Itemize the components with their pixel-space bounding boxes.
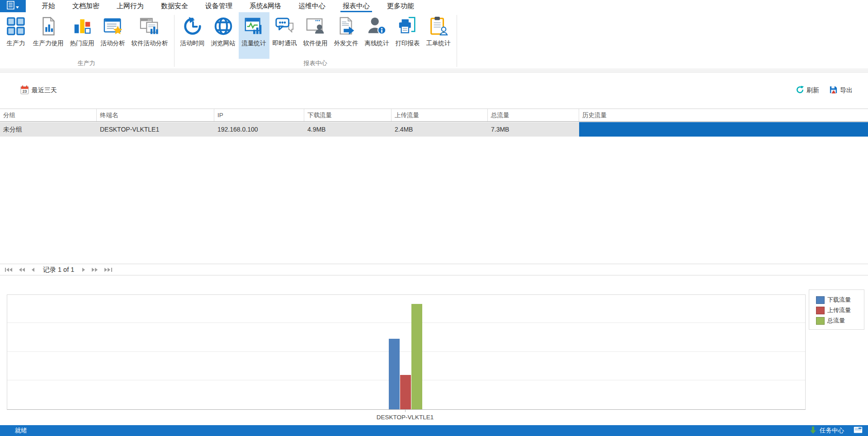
column-header-2[interactable]: IP bbox=[214, 109, 304, 121]
ribbon-button-instant-messaging[interactable]: 即时通讯 bbox=[269, 12, 300, 59]
legend-item-0: 下载流量 bbox=[816, 296, 864, 304]
ribbon-button-label: 活动时间 bbox=[180, 39, 205, 47]
calendar-icon: 23 bbox=[20, 85, 29, 96]
column-header-1[interactable]: 终端名 bbox=[97, 109, 214, 121]
offline-user-icon bbox=[366, 15, 388, 38]
app-menu-button[interactable] bbox=[0, 0, 26, 12]
pager-prev-page-button[interactable] bbox=[17, 266, 27, 273]
pager: 记录 1 of 1 bbox=[0, 264, 868, 275]
ribbon-button-label: 活动分析 bbox=[101, 39, 125, 47]
download-arrow-icon bbox=[810, 427, 816, 435]
outgoing-file-icon bbox=[335, 15, 357, 38]
pager-next-page-button[interactable] bbox=[90, 266, 100, 273]
export-icon bbox=[829, 85, 838, 95]
statusbar: 就绪 任务中心 bbox=[0, 425, 868, 436]
report-toolbar: 23 最近三天 刷新 导出 bbox=[0, 78, 868, 103]
ribbon-button-label: 流量统计 bbox=[242, 39, 266, 47]
ribbon-button-label: 软件活动分析 bbox=[132, 39, 168, 47]
legend-label: 下载流量 bbox=[827, 296, 851, 304]
menu-tab-report-center[interactable]: 报表中心 bbox=[334, 0, 378, 12]
column-header-6[interactable]: 历史流量 bbox=[579, 109, 868, 121]
legend-item-1: 上传流量 bbox=[816, 306, 864, 314]
ribbon-button-print-report[interactable]: 打印报表 bbox=[392, 12, 423, 59]
y-gridline bbox=[7, 351, 805, 352]
ribbon-button-outgoing-files[interactable]: 外发文件 bbox=[331, 12, 362, 59]
pager-first-button[interactable] bbox=[3, 266, 14, 273]
ribbon-group-productivity-group: 生产力生产力使用热门应用活动分析软件活动分析生产力 bbox=[0, 12, 173, 69]
printer-icon bbox=[397, 15, 419, 38]
column-header-0[interactable]: 分组 bbox=[0, 109, 97, 121]
work-order-icon bbox=[428, 15, 449, 38]
ribbon-button-label: 软件使用 bbox=[303, 39, 328, 47]
history-traffic-bar bbox=[579, 122, 868, 137]
ribbon-button-label: 离线统计 bbox=[365, 39, 389, 47]
refresh-label: 刷新 bbox=[807, 86, 819, 95]
globe-icon bbox=[212, 15, 234, 38]
chart-bar-1 bbox=[400, 375, 411, 410]
ribbon-button-browse-website[interactable]: 浏览网站 bbox=[208, 12, 239, 59]
app-menu-icon bbox=[7, 1, 14, 11]
pager-prev-button[interactable] bbox=[30, 266, 37, 273]
pager-next-button[interactable] bbox=[80, 266, 87, 273]
legend-swatch-2 bbox=[816, 317, 825, 325]
ribbon-button-label: 即时通讯 bbox=[273, 39, 297, 47]
ribbon-button-offline-stats[interactable]: 离线统计 bbox=[362, 12, 392, 59]
column-header-5[interactable]: 总流量 bbox=[488, 109, 579, 121]
software-usage-icon bbox=[305, 15, 326, 38]
ribbon-group-label: 生产力 bbox=[2, 59, 171, 69]
row-cell-3: 4.9MB bbox=[304, 122, 392, 137]
calendar-day-label: 23 bbox=[23, 89, 27, 94]
ribbon-group-divider bbox=[457, 15, 457, 67]
row-cell-5: 7.3MB bbox=[488, 122, 579, 137]
menubar: 开始文档加密上网行为数据安全设备管理系统&网络运维中心报表中心更多功能 bbox=[0, 0, 868, 12]
table-row[interactable]: 未分组DESKTOP-VLKTLE1192.168.0.1004.9MB2.4M… bbox=[0, 122, 868, 137]
software-activity-icon bbox=[139, 15, 160, 38]
date-range-label: 最近三天 bbox=[32, 86, 57, 95]
menu-tab-data-security[interactable]: 数据安全 bbox=[152, 0, 197, 12]
legend-label: 上传流量 bbox=[827, 306, 851, 314]
ribbon-button-productivity-usage[interactable]: 生产力使用 bbox=[30, 12, 67, 59]
chart-legend: 下载流量上传流量总流量 bbox=[809, 289, 864, 330]
menu-tab-ops-center[interactable]: 运维中心 bbox=[290, 0, 334, 12]
ribbon-button-productivity[interactable]: 生产力 bbox=[2, 12, 30, 59]
menu-tab-doc-encryption[interactable]: 文档加密 bbox=[64, 0, 108, 12]
row-cell-4: 2.4MB bbox=[392, 122, 488, 137]
grid-squares-icon bbox=[5, 15, 27, 38]
menu-tab-web-behavior[interactable]: 上网行为 bbox=[108, 0, 152, 12]
activity-time-icon bbox=[182, 15, 203, 38]
menu-tab-device-management[interactable]: 设备管理 bbox=[197, 0, 241, 12]
row-cell-history bbox=[579, 122, 868, 137]
column-header-4[interactable]: 上传流量 bbox=[392, 109, 488, 121]
pager-last-button[interactable] bbox=[103, 266, 114, 273]
pager-record-label: 记录 1 of 1 bbox=[43, 265, 74, 274]
legend-swatch-0 bbox=[816, 296, 825, 304]
row-cell-2: 192.168.0.100 bbox=[214, 122, 304, 137]
column-header-3[interactable]: 下载流量 bbox=[304, 109, 392, 121]
ribbon-button-traffic-stats[interactable]: 流量统计 bbox=[239, 12, 269, 59]
ribbon-button-label: 生产力 bbox=[7, 39, 25, 47]
refresh-button[interactable]: 刷新 bbox=[796, 85, 819, 95]
ribbon-button-software-activity-analysis[interactable]: 软件活动分析 bbox=[128, 12, 171, 59]
date-range-filter[interactable]: 23 最近三天 bbox=[20, 85, 57, 96]
menu-tab-more-features[interactable]: 更多功能 bbox=[378, 0, 423, 12]
monitor-icon[interactable] bbox=[854, 427, 863, 435]
traffic-stats-icon bbox=[243, 15, 265, 38]
ribbon-button-label: 热门应用 bbox=[70, 39, 94, 47]
ribbon-group-label: 报表中心 bbox=[177, 59, 454, 69]
ribbon-button-work-order-stats[interactable]: 工单统计 bbox=[423, 12, 454, 59]
task-center-button[interactable]: 任务中心 bbox=[820, 427, 844, 435]
chevron-down-icon bbox=[16, 2, 19, 10]
y-gridline bbox=[7, 322, 805, 323]
ribbon-button-popular-apps[interactable]: 热门应用 bbox=[67, 12, 98, 59]
menu-tab-system-network[interactable]: 系统&网络 bbox=[241, 0, 290, 12]
export-button[interactable]: 导出 bbox=[829, 85, 853, 95]
legend-item-2: 总流量 bbox=[816, 317, 864, 325]
ribbon-button-software-usage[interactable]: 软件使用 bbox=[300, 12, 331, 59]
ribbon-button-activity-time[interactable]: 活动时间 bbox=[177, 12, 208, 59]
ribbon: 生产力生产力使用热门应用活动分析软件活动分析生产力活动时间浏览网站流量统计即时通… bbox=[0, 12, 868, 69]
chart-bar-0 bbox=[389, 339, 400, 409]
starred-report-icon bbox=[102, 15, 124, 38]
menu-tab-home[interactable]: 开始 bbox=[33, 0, 64, 12]
export-label: 导出 bbox=[840, 86, 853, 95]
ribbon-button-activity-analysis[interactable]: 活动分析 bbox=[98, 12, 128, 59]
